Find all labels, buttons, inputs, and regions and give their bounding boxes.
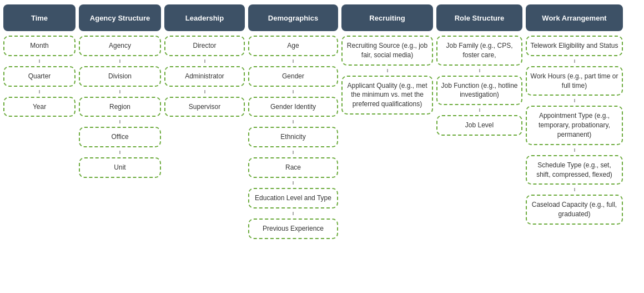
items-list-leadership: DirectorAdministratorSupervisor	[164, 36, 245, 117]
connector-line	[119, 120, 120, 123]
item-role-structure-1: Job Function (e.g., hotline investigatio…	[436, 76, 522, 106]
header-recruiting: Recruiting	[341, 4, 433, 31]
connector-line	[479, 108, 480, 112]
connector-line	[39, 59, 40, 63]
item-time-1: Quarter	[3, 66, 76, 87]
connector-line	[204, 90, 205, 93]
item-agency-structure-0: Agency	[79, 36, 161, 56]
column-time: TimeMonthQuarterYear	[3, 4, 76, 289]
connector-line	[293, 212, 294, 215]
item-work-arrangement-3: Schedule Type (e.g., set, shift, compres…	[526, 155, 623, 185]
item-recruiting-0: Recruiting Source (e.g., job fair, socia…	[341, 36, 433, 66]
items-list-time: MonthQuarterYear	[3, 36, 76, 117]
connector-line	[574, 188, 575, 191]
connector-line	[119, 59, 120, 63]
item-time-2: Year	[3, 97, 76, 117]
item-demographics-5: Education Level and Type	[248, 188, 338, 208]
items-list-agency-structure: AgencyDivisionRegionOfficeUnit	[79, 36, 161, 178]
column-leadership: LeadershipDirectorAdministratorSuperviso…	[164, 4, 245, 289]
column-agency-structure: Agency StructureAgencyDivisionRegionOffi…	[79, 4, 161, 289]
item-leadership-2: Supervisor	[164, 97, 245, 117]
column-role-structure: Role StructureJob Family (e.g., CPS, fos…	[436, 4, 522, 289]
column-recruiting: RecruitingRecruiting Source (e.g., job f…	[341, 4, 433, 289]
item-leadership-0: Director	[164, 36, 245, 56]
item-work-arrangement-2: Appointment Type (e.g., temporary, proba…	[526, 106, 623, 145]
connector-line	[479, 69, 480, 72]
items-list-recruiting: Recruiting Source (e.g., job fair, socia…	[341, 36, 433, 115]
items-list-demographics: AgeGenderGender IdentityEthnicityRaceEdu…	[248, 36, 338, 239]
item-role-structure-0: Job Family (e.g., CPS, foster care,	[436, 36, 522, 66]
connector-line	[119, 90, 120, 93]
header-time: Time	[3, 4, 76, 31]
connector-line	[293, 59, 294, 63]
connector-line	[293, 151, 294, 154]
item-role-structure-2: Job Level	[436, 115, 522, 136]
connector-line	[574, 59, 575, 63]
header-work-arrangement: Work Arrangement	[526, 4, 623, 31]
items-list-work-arrangement: Telework Eligibility and StatusWork Hour…	[526, 36, 623, 225]
item-time-0: Month	[3, 36, 76, 56]
items-list-role-structure: Job Family (e.g., CPS, foster care,Job F…	[436, 36, 522, 136]
item-demographics-4: Race	[248, 157, 338, 178]
column-demographics: DemographicsAgeGenderGender IdentityEthn…	[248, 4, 338, 289]
header-agency-structure: Agency Structure	[79, 4, 161, 31]
connector-line	[293, 120, 294, 123]
connector-line	[293, 90, 294, 93]
main-container: TimeMonthQuarterYearAgency StructureAgen…	[0, 0, 644, 293]
item-demographics-2: Gender Identity	[248, 97, 338, 117]
item-demographics-6: Previous Experience	[248, 218, 338, 239]
item-agency-structure-4: Unit	[79, 157, 161, 178]
connector-line	[204, 59, 205, 63]
item-agency-structure-2: Region	[79, 97, 161, 117]
item-demographics-1: Gender	[248, 66, 338, 87]
header-leadership: Leadership	[164, 4, 245, 31]
item-work-arrangement-1: Work Hours (e.g., part time or full time…	[526, 66, 623, 96]
item-recruiting-1: Applicant Quality (e.g., met the minimum…	[341, 76, 433, 115]
connector-line	[574, 99, 575, 102]
item-leadership-1: Administrator	[164, 66, 245, 87]
header-role-structure: Role Structure	[436, 4, 522, 31]
connector-line	[387, 69, 388, 72]
connector-line	[39, 90, 40, 93]
item-demographics-0: Age	[248, 36, 338, 56]
column-work-arrangement: Work ArrangementTelework Eligibility and…	[526, 4, 623, 289]
header-demographics: Demographics	[248, 4, 338, 31]
connector-line	[119, 151, 120, 154]
item-work-arrangement-0: Telework Eligibility and Status	[526, 36, 623, 56]
item-demographics-3: Ethnicity	[248, 127, 338, 147]
item-work-arrangement-4: Caseload Capacity (e.g., full, graduated…	[526, 195, 623, 225]
connector-line	[574, 148, 575, 152]
connector-line	[293, 181, 294, 185]
item-agency-structure-3: Office	[79, 127, 161, 147]
item-agency-structure-1: Division	[79, 66, 161, 87]
